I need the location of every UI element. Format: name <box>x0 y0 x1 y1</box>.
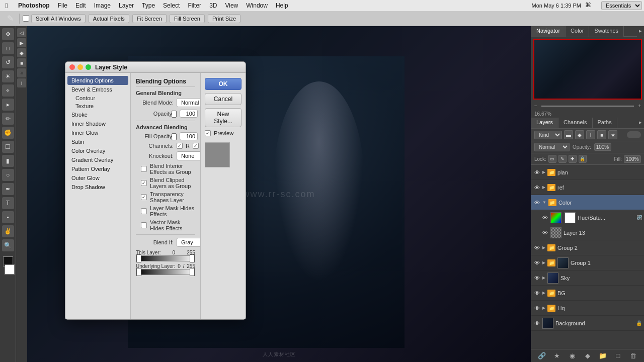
menu-edit[interactable]: Edit <box>71 1 90 10</box>
filter-smart-btn[interactable]: ★ <box>608 130 617 139</box>
preview-checkbox[interactable]: ✓ <box>205 130 211 136</box>
layer-plan[interactable]: 👁 ▶ 📁 plan <box>531 165 644 180</box>
menu-filter[interactable]: Filter <box>184 1 205 10</box>
sidebar-drop-shadow[interactable]: Drop Shadow <box>67 183 128 192</box>
sidebar-bevel-emboss[interactable]: Bevel & Emboss <box>67 85 128 94</box>
layer-liq[interactable]: 👁 ▶ 📁 Liq <box>531 301 644 316</box>
move-tool[interactable]: ✥ <box>2 28 14 40</box>
fill-opacity-input[interactable] <box>180 132 198 140</box>
layer-color-expand-icon[interactable]: ▼ <box>542 200 546 205</box>
fill-screen-button[interactable]: Fill Screen <box>170 14 205 23</box>
lasso-tool[interactable]: ↺ <box>2 56 14 68</box>
tab-channels[interactable]: Channels <box>558 118 592 128</box>
tab-color[interactable]: Color <box>566 26 589 37</box>
underlying-layer-max-thumb[interactable] <box>190 268 195 276</box>
new-layer-button[interactable]: □ <box>614 351 623 360</box>
layer-bg-expand-icon[interactable]: ▶ <box>542 291 545 295</box>
eyedropper-tool[interactable]: ▸ <box>2 99 14 111</box>
blend-mode-select[interactable]: Normal Multiply Screen <box>177 98 200 107</box>
fit-screen-button[interactable]: Fit Screen <box>132 14 167 23</box>
sidebar-outer-glow[interactable]: Outer Glow <box>67 173 128 183</box>
ok-button[interactable]: OK <box>205 78 242 90</box>
zoom-slider[interactable] <box>541 106 634 107</box>
layer-ref[interactable]: 👁 ▶ 📁 ref <box>531 180 644 195</box>
this-layer-track[interactable] <box>136 255 195 261</box>
layer-group1[interactable]: 👁 ▶ 📁 Group 1 <box>531 255 644 270</box>
new-group-button[interactable]: 📁 <box>598 351 607 360</box>
workspace-select[interactable]: Essentials <box>601 1 642 10</box>
filter-shape-btn[interactable]: ■ <box>597 130 606 139</box>
sidebar-satin[interactable]: Satin <box>67 137 128 146</box>
layer-13[interactable]: 👁 Layer 13 <box>531 225 644 240</box>
canvas-area[interactable]: www.rr-sc.com 人人素材社区 Layer Style Blendin… <box>27 26 531 362</box>
layer-13-visibility[interactable]: 👁 <box>541 229 548 236</box>
layer-background-visibility[interactable]: 👁 <box>533 320 540 327</box>
background-color-swatch[interactable] <box>5 264 15 275</box>
new-style-button[interactable]: New Style... <box>205 108 242 127</box>
pen-tool[interactable]: ✒ <box>2 183 14 195</box>
dodge-tool[interactable]: ○ <box>2 169 14 181</box>
crop-tool[interactable]: ⌖ <box>2 84 14 97</box>
close-window-button[interactable] <box>69 64 75 70</box>
sidebar-blending-options[interactable]: Blending Options <box>67 76 128 85</box>
filter-adjustment-btn[interactable]: ◆ <box>575 130 584 139</box>
zoom-out-icon[interactable]: − <box>534 103 537 109</box>
filter-toggle[interactable] <box>627 131 641 138</box>
sidebar-gradient-overlay[interactable]: Gradient Overlay <box>67 155 128 164</box>
layer-group2-expand-icon[interactable]: ▶ <box>542 245 545 250</box>
menu-image[interactable]: Image <box>90 1 115 10</box>
this-layer-min-thumb[interactable] <box>136 254 141 262</box>
layer-ref-expand-icon[interactable]: ▶ <box>542 185 545 190</box>
layer-liq-expand-icon[interactable]: ▶ <box>542 306 545 310</box>
scroll-all-button[interactable]: Scroll All Windows <box>31 14 86 23</box>
layers-panel-options-icon[interactable]: ▸ <box>637 118 644 128</box>
blend-clipped-checkbox[interactable] <box>141 180 147 186</box>
apple-logo-icon[interactable]:  <box>2 1 11 10</box>
menu-view[interactable]: View <box>221 1 242 10</box>
sidebar-inner-shadow[interactable]: Inner Shadow <box>67 119 128 128</box>
filter-type-btn[interactable]: T <box>586 130 595 139</box>
layer-group2-visibility[interactable]: 👁 <box>533 244 540 251</box>
add-mask-button[interactable]: ◉ <box>568 351 577 360</box>
sidebar-pattern-overlay[interactable]: Pattern Overlay <box>67 164 128 173</box>
layer-color[interactable]: 👁 ▼ 📁 Color <box>531 195 644 210</box>
minimize-window-button[interactable] <box>77 64 83 70</box>
adjustments-icon[interactable]: ◆ <box>17 48 26 57</box>
layer-sky-expand-icon[interactable]: ▶ <box>542 276 545 280</box>
layer-hue-sat[interactable]: 👁 Hue/Satu... 🔗 <box>531 210 644 225</box>
tab-paths[interactable]: Paths <box>593 118 617 128</box>
layer-group1-visibility[interactable]: 👁 <box>533 259 540 266</box>
layer-group2[interactable]: 👁 ▶ 📁 Group 2 <box>531 240 644 255</box>
menu-file[interactable]: File <box>54 1 71 10</box>
link-layers-button[interactable]: 🔗 <box>537 351 546 360</box>
layer-bg-visibility[interactable]: 👁 <box>533 290 540 297</box>
layer-bg[interactable]: 👁 ▶ 📁 BG <box>531 286 644 301</box>
tab-layers[interactable]: Layers <box>531 118 558 128</box>
hand-tool-icon[interactable]: ✎ <box>4 13 16 25</box>
menu-type[interactable]: Type <box>138 1 159 10</box>
layer-ref-visibility[interactable]: 👁 <box>533 184 540 191</box>
layer-group1-expand-icon[interactable]: ▶ <box>542 260 545 265</box>
underlying-layer-track[interactable] <box>136 269 195 275</box>
scroll-all-checkbox[interactable] <box>23 15 29 22</box>
layer-blend-mode-select[interactable]: Normal <box>534 143 570 151</box>
actual-pixels-button[interactable]: Actual Pixels <box>89 14 129 23</box>
shape-tool[interactable]: ▪ <box>2 211 14 223</box>
underlying-layer-min-thumb[interactable] <box>136 268 141 276</box>
channel-g-checkbox[interactable] <box>193 143 199 149</box>
actions-icon[interactable]: ▶ <box>17 38 26 47</box>
fill-input[interactable] <box>624 155 641 163</box>
layer-plan-visibility[interactable]: 👁 <box>533 169 540 176</box>
layer-sky-visibility[interactable]: 👁 <box>533 275 540 282</box>
menu-3d[interactable]: 3D <box>205 1 221 10</box>
marquee-tool[interactable]: □ <box>2 42 14 54</box>
clone-tool[interactable]: ✊ <box>2 127 14 139</box>
menu-photoshop[interactable]: Photoshop <box>14 1 54 10</box>
properties-icon[interactable]: ◾ <box>17 68 26 77</box>
sidebar-stroke[interactable]: Stroke <box>67 110 128 119</box>
layer-liq-visibility[interactable]: 👁 <box>533 305 540 312</box>
layer-sky[interactable]: 👁 ▶ Sky <box>531 270 644 286</box>
gradient-tool[interactable]: ▮ <box>2 155 14 167</box>
print-size-button[interactable]: Print Size <box>208 14 240 23</box>
panel-options-icon[interactable]: ▸ <box>637 26 644 37</box>
